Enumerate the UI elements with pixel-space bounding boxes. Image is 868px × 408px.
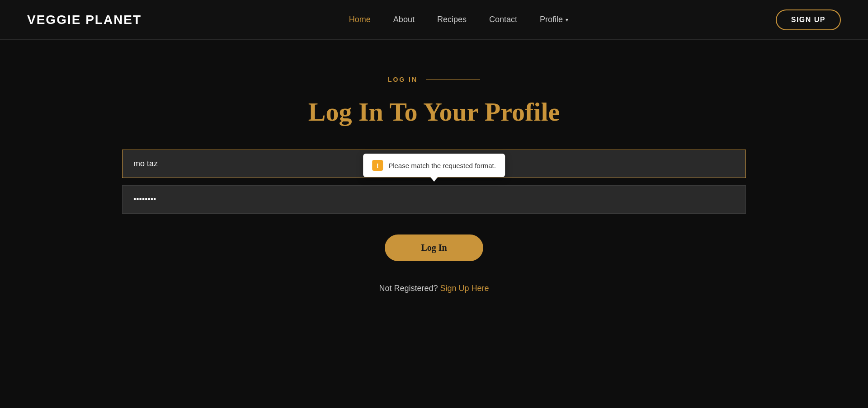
login-button[interactable]: Log In xyxy=(385,234,483,261)
nav-item-recipes[interactable]: Recipes xyxy=(437,15,467,24)
nav-item-contact[interactable]: Contact xyxy=(489,15,517,24)
nav-link-contact[interactable]: Contact xyxy=(489,15,517,24)
navbar: VEGGIE PLANET Home About Recipes Contact… xyxy=(0,0,868,40)
site-logo[interactable]: VEGGIE PLANET xyxy=(27,13,142,27)
login-form: ! Please match the requested format. Log… xyxy=(122,150,746,261)
signup-button[interactable]: SIGN UP xyxy=(776,9,841,30)
nav-link-home[interactable]: Home xyxy=(349,15,371,24)
page-title: Log In To Your Profile xyxy=(308,97,560,127)
section-label: LOG IN xyxy=(388,76,480,83)
nav-link-profile: Profile xyxy=(540,15,563,24)
nav-item-about[interactable]: About xyxy=(393,15,415,24)
signup-link[interactable]: Sign Up Here xyxy=(440,284,489,293)
tooltip-message: Please match the requested format. xyxy=(388,162,496,169)
nav-item-home[interactable]: Home xyxy=(349,15,371,24)
nav-link-recipes[interactable]: Recipes xyxy=(437,15,467,24)
decorative-line xyxy=(426,80,480,80)
warning-icon: ! xyxy=(372,160,383,171)
not-registered-label: Not Registered? xyxy=(379,284,438,293)
password-input[interactable] xyxy=(122,185,746,214)
password-wrapper: ! Please match the requested format. xyxy=(122,185,746,221)
validation-tooltip: ! Please match the requested format. xyxy=(363,154,505,177)
nav-link-about[interactable]: About xyxy=(393,15,415,24)
main-content: LOG IN Log In To Your Profile ! Please m… xyxy=(0,40,868,293)
section-label-text: LOG IN xyxy=(388,76,418,83)
chevron-down-icon: ▾ xyxy=(566,17,568,23)
nav-links: Home About Recipes Contact Profile ▾ xyxy=(349,15,568,24)
nav-item-profile[interactable]: Profile ▾ xyxy=(540,15,568,24)
not-registered-text: Not Registered? Sign Up Here xyxy=(379,284,489,293)
